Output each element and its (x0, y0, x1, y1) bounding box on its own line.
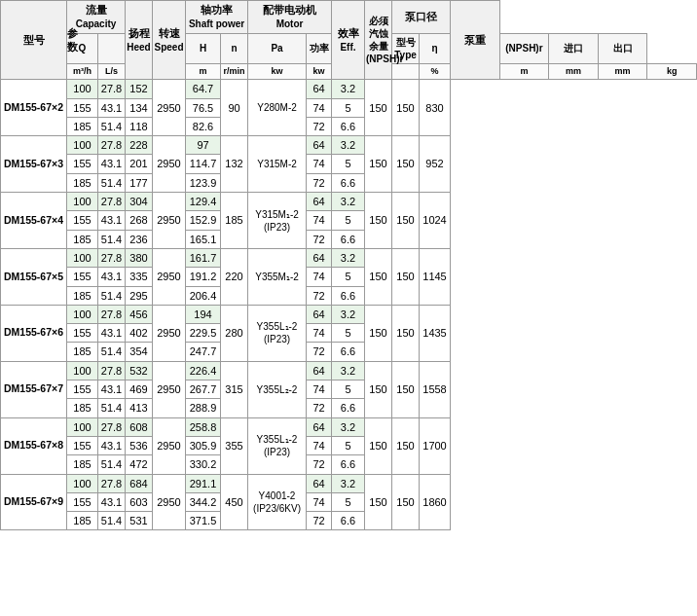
cell-speed: 2950 (153, 193, 186, 249)
col-capacity-header: 流量Capacity (67, 1, 126, 34)
unit-eff: % (420, 63, 451, 80)
cell-pa: 129.4 (186, 193, 221, 211)
cell-h: 532 (126, 361, 153, 380)
cell-pa: 114.7 (186, 155, 221, 173)
cell-q: 100 (67, 136, 98, 155)
table-row: 18551.4413288.9726.6 (1, 399, 697, 417)
cell-eff: 72 (307, 173, 332, 192)
col-type-header: 型号Type (392, 33, 420, 63)
cell-motor-power: 90 (221, 80, 248, 136)
cell-q: 155 (67, 492, 98, 511)
cell-speed: 2950 (153, 248, 186, 305)
cell-weight: 952 (420, 136, 451, 193)
col-kw-header: 功率 (307, 33, 332, 63)
cell-q: 155 (67, 211, 98, 230)
cell-eff: 74 (307, 268, 332, 286)
unit-kw: kw (307, 63, 332, 80)
table-row: DM155-67×910027.86842950291.1450Y4001-2(… (1, 474, 697, 492)
table-row: DM155-67×310027.8228295097132Y315M-2643.… (1, 136, 697, 155)
col-q2-header (98, 33, 126, 63)
table-row: DM155-67×810027.86082950258.8355Y355L₁-2… (1, 417, 697, 436)
cell-pa: 258.8 (186, 417, 221, 436)
cell-eff: 64 (307, 136, 332, 155)
cell-ls: 27.8 (98, 361, 126, 380)
cell-eff: 74 (307, 211, 332, 230)
table-row: 15543.1402229.5745 (1, 324, 697, 343)
cell-ls: 43.1 (98, 436, 126, 454)
table-row: 15543.113476.5745 (1, 98, 697, 117)
col-port-header: 泵口径 (392, 1, 451, 34)
unit-weight: kg (647, 63, 697, 80)
unit-type (392, 63, 420, 80)
cell-weight: 1860 (420, 474, 451, 530)
cell-speed: 2950 (153, 136, 186, 193)
cell-eff: 74 (307, 436, 332, 454)
cell-h: 536 (126, 436, 153, 454)
cell-ls: 51.4 (98, 343, 126, 361)
cell-ls: 43.1 (98, 492, 126, 511)
cell-h: 295 (126, 286, 153, 305)
cell-npsh: 6.6 (332, 286, 365, 305)
cell-outlet: 150 (392, 417, 420, 474)
table-row: 18551.4354247.7726.6 (1, 343, 697, 361)
cell-inlet: 150 (365, 361, 392, 417)
cell-weight: 1435 (420, 305, 451, 361)
col-npsh-header: 必须汽蚀余量(NPSH)r (365, 1, 392, 80)
cell-motor-power: 315 (221, 361, 248, 417)
cell-npsh: 3.2 (332, 474, 365, 492)
table-row: DM155-67×210027.8152295064.790Y280M-2643… (1, 80, 697, 98)
col-in-header: 进口 (549, 33, 599, 63)
col-head-header: 扬程Heed (126, 1, 153, 80)
col-model-header: 型号 (1, 1, 67, 80)
table-row: DM155-67×410027.83042950129.4185Y315M₁-2… (1, 193, 697, 211)
cell-eff: 74 (307, 155, 332, 173)
cell-npsh: 6.6 (332, 117, 365, 135)
col-weight-header: 泵重 (451, 1, 500, 80)
cell-speed: 2950 (153, 417, 186, 474)
cell-eff: 74 (307, 324, 332, 343)
cell-npsh: 6.6 (332, 173, 365, 192)
cell-motor-power: 220 (221, 248, 248, 305)
cell-eff: 64 (307, 305, 332, 323)
cell-outlet: 150 (392, 193, 420, 249)
col-n-header: n (221, 33, 248, 63)
cell-inlet: 150 (365, 80, 392, 136)
cell-eff: 72 (307, 512, 332, 530)
cell-ls: 43.1 (98, 268, 126, 286)
cell-npsh: 3.2 (332, 193, 365, 211)
cell-motor-power: 132 (221, 136, 248, 193)
cell-q: 100 (67, 305, 98, 323)
cell-npsh: 6.6 (332, 230, 365, 248)
cell-motor-type: Y315M-2 (248, 136, 307, 193)
cell-ls: 51.4 (98, 117, 126, 135)
cell-pa: 123.9 (186, 173, 221, 192)
cell-npsh: 5 (332, 98, 365, 117)
cell-motor-power: 280 (221, 305, 248, 361)
pump-model: DM155-67×2 (1, 80, 67, 136)
pump-model: DM155-67×6 (1, 305, 67, 361)
cell-motor-type: Y355L₁-2(IP23) (248, 305, 307, 361)
cell-h: 684 (126, 474, 153, 492)
cell-npsh: 5 (332, 155, 365, 173)
unit-n: r/min (221, 63, 248, 80)
cell-motor-type: Y355M₁-2 (248, 248, 307, 305)
table-row: 15543.1201114.7745 (1, 155, 697, 173)
cell-inlet: 150 (365, 305, 392, 361)
cell-pa: 247.7 (186, 343, 221, 361)
cell-npsh: 6.6 (332, 455, 365, 474)
pump-specs-table: 型号 参数 流量Capacity 扬程Heed 转速Speed 轴功率Shaft… (0, 0, 697, 530)
cell-pa: 291.1 (186, 474, 221, 492)
table-body: DM155-67×210027.8152295064.790Y280M-2643… (1, 80, 697, 530)
cell-eff: 72 (307, 455, 332, 474)
cell-npsh: 5 (332, 211, 365, 230)
table-row: 15543.1268152.9745 (1, 211, 697, 230)
unit-out: mm (598, 63, 647, 80)
cell-q: 185 (67, 173, 98, 192)
cell-eff: 64 (307, 474, 332, 492)
cell-npsh: 3.2 (332, 80, 365, 98)
cell-weight: 1558 (420, 361, 451, 417)
cell-h: 177 (126, 173, 153, 192)
cell-eff: 64 (307, 193, 332, 211)
cell-pa: 165.1 (186, 230, 221, 248)
col-pa-header: Pa (248, 33, 307, 63)
